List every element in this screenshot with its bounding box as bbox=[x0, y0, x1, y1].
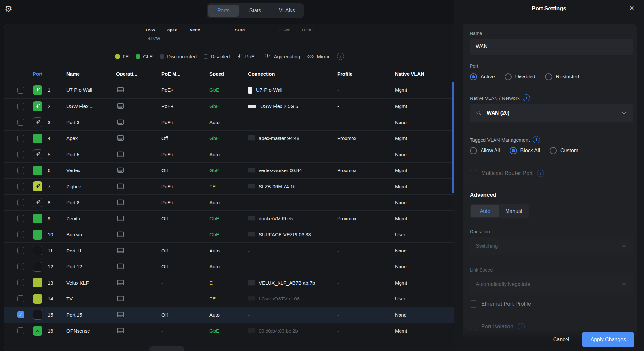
apply-changes-button[interactable]: Apply Changes bbox=[582, 332, 634, 347]
legend-item: Mirror bbox=[307, 53, 329, 60]
column-header-port[interactable]: Port bbox=[33, 71, 66, 76]
close-icon[interactable]: ✕ bbox=[629, 5, 634, 12]
row-select-checkbox[interactable] bbox=[17, 247, 24, 254]
row-select-checkbox[interactable] bbox=[17, 295, 24, 302]
link-speed-select[interactable]: Automatically Negotiate bbox=[470, 275, 633, 293]
connection-name: LGwebOSTV ef:08 bbox=[259, 296, 300, 301]
info-icon[interactable]: i bbox=[337, 53, 344, 60]
switching-operation-icon bbox=[116, 182, 161, 191]
row-select-checkbox[interactable] bbox=[17, 87, 24, 94]
table-row[interactable]: 7ZigbeePoE+FESLZB-06M 74:1b-Mgmt bbox=[4, 178, 454, 194]
connection-name: 00:d0:b4:03:be:2b bbox=[259, 328, 298, 333]
operation-select[interactable]: Switching bbox=[470, 237, 633, 255]
port-status-icon bbox=[33, 214, 42, 223]
speed-value: GbE bbox=[209, 168, 248, 173]
profile-value: - bbox=[337, 264, 395, 269]
tab-vlans[interactable]: VLANs bbox=[271, 5, 303, 17]
mode-auto-button[interactable]: Auto bbox=[471, 205, 499, 217]
mode-manual-button[interactable]: Manual bbox=[499, 205, 528, 217]
row-select-checkbox[interactable] bbox=[17, 135, 24, 142]
row-select-checkbox[interactable] bbox=[17, 183, 24, 190]
radio-tagged-allow-all[interactable]: Allow All bbox=[470, 147, 500, 154]
table-scrollbar-thumb[interactable] bbox=[452, 82, 454, 193]
table-row[interactable]: 9ZenithOffGbEdockerVM f9:e5ProxmoxMgmt bbox=[4, 210, 454, 227]
column-header-poem[interactable]: PoE M... bbox=[161, 71, 209, 76]
radio-port-disabled[interactable]: Disabled bbox=[505, 73, 535, 80]
legend-label: GbE bbox=[143, 54, 153, 59]
row-select-checkbox[interactable] bbox=[17, 215, 24, 222]
name-input[interactable] bbox=[470, 39, 633, 55]
port-status-icon bbox=[33, 230, 42, 240]
table-header: PortNameOperati...PoE M...SpeedConnectio… bbox=[4, 71, 454, 76]
cancel-button[interactable]: Cancel bbox=[553, 337, 569, 343]
column-header-profile[interactable]: Profile bbox=[337, 71, 395, 76]
column-header-connection[interactable]: Connection bbox=[248, 71, 337, 76]
connection-cell: - bbox=[248, 312, 337, 318]
ethernet-port-profile-checkbox[interactable]: Ethernet Port Profile bbox=[470, 300, 628, 308]
port-name: Zenith bbox=[66, 216, 116, 221]
row-select-checkbox[interactable] bbox=[17, 119, 24, 126]
row-select-checkbox[interactable] bbox=[17, 103, 24, 110]
radio-port-active[interactable]: Active bbox=[470, 73, 495, 80]
legend-label: Aggregating bbox=[274, 54, 300, 59]
port-settings-panel: Port Settings ✕ Name Port ActiveDisabled… bbox=[454, 0, 644, 351]
column-header-operati[interactable]: Operati... bbox=[116, 71, 161, 76]
row-select-checkbox[interactable] bbox=[17, 327, 24, 334]
radio-tagged-block-all[interactable]: Block All bbox=[510, 147, 540, 154]
radio-port-restricted[interactable]: Restricted bbox=[545, 73, 579, 80]
row-select-checkbox[interactable] bbox=[17, 167, 24, 174]
port-name: Port 15 bbox=[66, 312, 116, 318]
table-row[interactable]: 5Port 5PoE+Auto--None bbox=[4, 146, 454, 162]
table-row[interactable]: 13Velux KLF-EVELUX_KLF_AB7B ab:7b-Mgmt bbox=[4, 275, 454, 291]
row-select-checkbox[interactable] bbox=[17, 199, 24, 206]
port-status-icon bbox=[33, 294, 42, 304]
info-icon[interactable]: i bbox=[533, 136, 540, 143]
info-icon[interactable]: i bbox=[537, 170, 544, 177]
table-row[interactable]: 1U7 Pro WallPoE+GbEU7-Pro-Wall-Mgmt bbox=[4, 82, 454, 98]
advanced-mode-segmented: AutoManual bbox=[470, 204, 529, 218]
row-select-checkbox[interactable] bbox=[17, 231, 24, 238]
speed-value: GbE bbox=[209, 87, 248, 93]
device-label: apex-... bbox=[167, 28, 182, 32]
multicast-router-port-checkbox[interactable]: Multicast Router Port i bbox=[470, 170, 628, 177]
row-select-checkbox[interactable] bbox=[17, 279, 24, 286]
info-icon[interactable]: i bbox=[523, 94, 530, 101]
poe-mode: PoE+ bbox=[161, 200, 209, 205]
table-row[interactable]: 11Port 11OffAuto--None bbox=[4, 242, 454, 259]
switching-operation-icon bbox=[116, 214, 161, 223]
legend-item: Aggregating bbox=[265, 53, 300, 60]
table-row[interactable]: 6VertexOffGbEvertex-worker 00:84ProxmoxM… bbox=[4, 162, 454, 179]
chevron-down-icon bbox=[621, 281, 627, 287]
row-select-checkbox[interactable]: ✓ bbox=[17, 311, 24, 318]
table-row[interactable]: 10Bureau-GbESURFACE-VEZPI 03:33-User bbox=[4, 227, 454, 243]
column-header-name[interactable]: Name bbox=[66, 71, 116, 76]
table-row[interactable]: 14TV-FELGwebOSTV ef:08-User bbox=[4, 291, 454, 307]
row-select-checkbox[interactable] bbox=[17, 151, 24, 158]
gear-icon[interactable]: ⚙ bbox=[5, 4, 12, 14]
table-row[interactable]: 16OPNsense-GbE00:d0:b4:03:be:2b-Mgmt bbox=[4, 323, 454, 339]
table-row[interactable]: 4ApexOffGbEapex-master 94:48ProxmoxMgmt bbox=[4, 130, 454, 146]
table-row[interactable]: ✓15Port 15OffAuto--None bbox=[4, 307, 454, 323]
column-header-speed[interactable]: Speed bbox=[209, 71, 248, 76]
port-status-icon bbox=[33, 117, 42, 127]
pagination-button-partial[interactable] bbox=[149, 346, 184, 351]
tab-stats[interactable]: Stats bbox=[240, 5, 271, 17]
port-number: 13 bbox=[48, 280, 66, 286]
table-row[interactable]: 12Port 12OffAuto--None bbox=[4, 259, 454, 275]
search-icon bbox=[476, 110, 482, 116]
native-vlan-select[interactable]: WAN (20) bbox=[470, 104, 633, 122]
connection-cell: VELUX_KLF_AB7B ab:7b bbox=[248, 280, 337, 286]
tab-ports[interactable]: Ports bbox=[208, 5, 239, 17]
table-row[interactable]: 3Port 3PoE+Auto--None bbox=[4, 114, 454, 130]
row-select-checkbox[interactable] bbox=[17, 263, 24, 270]
connection-name: - bbox=[248, 120, 250, 125]
native-vlan-value: Mgmt bbox=[395, 103, 454, 109]
table-row[interactable]: 2USW Flex ...PoE+GbEUSW Flex 2.5G 5-Mgmt bbox=[4, 98, 454, 114]
poe-mode: - bbox=[161, 280, 209, 286]
column-header-nativevlan[interactable]: Native VLAN bbox=[395, 71, 454, 76]
radio-tagged-custom[interactable]: Custom bbox=[550, 147, 578, 154]
switch-device-icon bbox=[248, 105, 256, 108]
switching-operation-icon bbox=[116, 230, 161, 239]
speed-value: FE bbox=[209, 296, 248, 301]
table-row[interactable]: 8Port 8PoE+Auto--None bbox=[4, 194, 454, 211]
